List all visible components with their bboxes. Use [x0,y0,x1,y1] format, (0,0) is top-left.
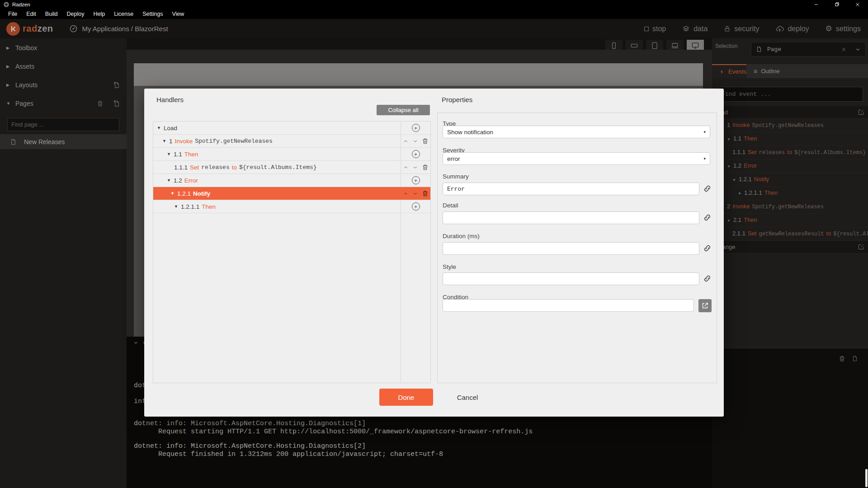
triangle-down-icon[interactable]: ▼ [167,152,171,156]
triangle-down-icon[interactable]: ▼ [727,137,731,141]
event-tree-row[interactable]: ▼1.2.1.1Then [712,187,868,200]
triangle-down-icon[interactable]: ▼ [170,191,175,196]
delete-step-icon[interactable] [422,190,429,197]
keyword-text: Notify [754,176,769,183]
bind-link-icon[interactable] [703,274,712,283]
triangle-down-icon[interactable]: ▼ [732,178,736,182]
sidebar-section-assets[interactable]: ▶Assets [0,57,127,75]
minimize-button[interactable] [806,0,826,9]
event-header-load[interactable]: Load [712,106,868,119]
add-step-icon[interactable]: + [412,202,420,211]
handler-row[interactable]: ▼1.1Then+ [153,148,430,161]
handler-row[interactable]: ▼1InvokeSpotify.getNewReleases [153,135,430,148]
menu-item-file[interactable]: File [4,9,22,19]
event-tree-row[interactable]: ▼1.1Then [712,132,868,146]
menu-item-view[interactable]: View [167,9,189,19]
copy-page-icon[interactable] [852,355,858,362]
move-up-icon[interactable] [403,164,409,170]
scrollbar-thumb[interactable] [865,469,868,487]
move-up-icon[interactable] [403,191,409,197]
handler-row[interactable]: ▼1.2.1.1Then+ [153,200,430,213]
event-tree-row[interactable]: ▼2.1Then [712,214,868,227]
handler-row[interactable]: ▼Load+ [153,122,430,135]
event-tree-row[interactable]: ▼2InvokeSpotify.getNewReleases [712,200,868,214]
tab-events[interactable]: Events [712,64,746,78]
page-item-new-releases[interactable]: New Releases [0,134,127,149]
menu-item-deploy[interactable]: Deploy [62,9,89,19]
chevron-down-icon[interactable] [855,47,861,52]
menu-item-settings[interactable]: Settings [138,9,167,19]
add-step-icon[interactable]: + [412,176,420,184]
find-event-input[interactable] [717,87,863,102]
breadcrumb[interactable]: My Applications / BlazorRest [69,24,168,33]
delete-step-icon[interactable] [422,137,429,145]
find-page-input[interactable] [7,118,119,131]
duration-ms-input[interactable] [443,242,699,255]
restore-button[interactable] [826,0,847,9]
menu-item-build[interactable]: Build [41,9,62,19]
handler-row[interactable]: ▼1.2Error+ [153,174,430,187]
move-down-icon[interactable] [412,191,418,197]
header-action-settings[interactable]: ⚙settings [826,25,861,33]
triangle-down-icon[interactable]: ▼ [727,219,731,223]
event-header-change[interactable]: Change [712,241,868,253]
bind-link-icon[interactable] [703,184,712,193]
summary-input[interactable] [443,183,699,195]
sidebar-section-layouts[interactable]: ▶Layouts [0,75,127,94]
tab-outline[interactable]: ≡ Outline [746,64,868,78]
severity-select[interactable]: error▾ [443,152,710,165]
type-select[interactable]: Show notification▾ [443,126,710,138]
trash-icon[interactable] [839,355,845,362]
triangle-down-icon[interactable]: ▼ [738,192,741,196]
add-step-icon[interactable]: + [412,150,420,158]
edit-icon[interactable] [858,109,864,116]
triangle-down-icon[interactable]: ▼ [157,126,161,130]
condition-input[interactable] [443,299,694,312]
bind-link-icon[interactable] [703,213,712,222]
edit-icon[interactable] [858,244,864,250]
app-header: radzen My Applications / BlazorRest stop… [0,19,868,38]
sidebar-section-toolbox[interactable]: ▶Toolbox [0,38,127,57]
condition-expand-button[interactable] [698,299,712,312]
code-text: releases [201,164,229,171]
event-tree-row[interactable]: ▼1InvokeSpotify.getNewReleases [712,119,868,132]
close-icon[interactable] [847,0,868,9]
event-tree-row[interactable]: 1.1.1Setreleasesto${result.Albums.Items} [712,146,868,160]
move-down-icon[interactable] [412,164,418,170]
clear-selection-icon[interactable] [841,47,846,52]
triangle-down-icon[interactable]: ▼ [174,204,178,209]
detail-input[interactable] [443,211,699,224]
chevron-down-icon[interactable] [133,340,139,346]
event-tree-row[interactable]: ▼1.2Error [712,160,868,173]
style-input[interactable] [443,272,699,285]
bind-link-icon[interactable] [703,244,712,253]
menu-item-edit[interactable]: Edit [22,9,41,19]
trash-icon[interactable] [97,100,104,107]
keyword-text: Set [748,230,757,237]
new-page-icon[interactable] [113,81,120,89]
menu-item-help[interactable]: Help [89,9,109,19]
handler-row[interactable]: ▼1.2.1Notify [153,187,430,200]
move-down-icon[interactable] [412,138,418,144]
cancel-button[interactable]: Cancel [440,389,495,406]
move-up-icon[interactable] [403,138,409,144]
triangle-down-icon[interactable]: ▼ [167,178,171,183]
new-page-icon[interactable] [113,99,120,107]
header-action-label: settings [836,25,861,33]
triangle-down-icon[interactable]: ▼ [162,139,166,143]
header-action-security[interactable]: security [724,25,759,33]
sidebar-section-pages[interactable]: ▼Pages [0,94,127,113]
event-tree-row[interactable]: 2.1.1SetgetNewReleasesResultto${result.A… [712,227,868,241]
done-button[interactable]: Done [379,389,433,406]
add-step-icon[interactable]: + [412,124,420,132]
delete-step-icon[interactable] [422,164,429,171]
handler-row[interactable]: 1.1.1Setreleasesto${result.Albums.Items} [153,161,430,174]
selected-component-chip[interactable]: Page [751,42,866,56]
menu-item-license[interactable]: License [109,9,138,19]
header-action-stop[interactable]: stop [644,25,666,33]
header-action-data[interactable]: data [682,25,708,33]
event-tree-row[interactable]: ▼1.2.1Notify [712,173,868,187]
triangle-down-icon[interactable]: ▼ [727,164,731,169]
header-action-deploy[interactable]: deploy [775,24,809,33]
collapse-all-button[interactable]: Collapse all [377,105,430,115]
